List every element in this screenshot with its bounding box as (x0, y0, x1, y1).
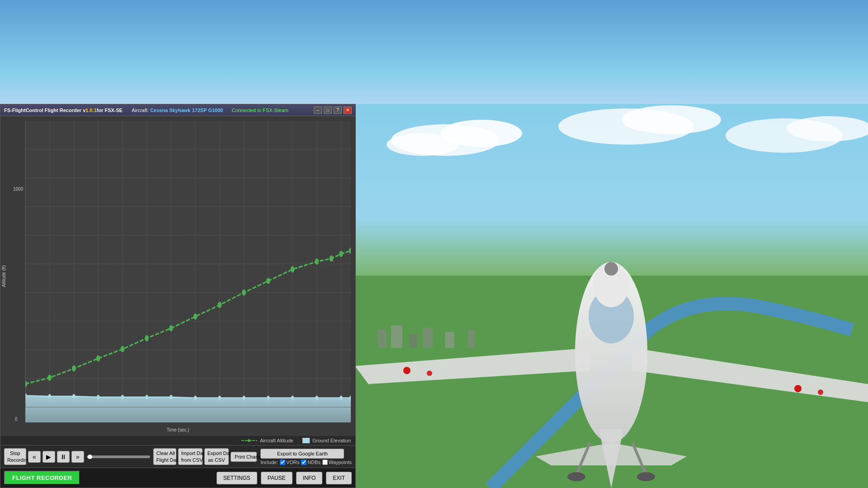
aircraft-info: Aircraft: Cessna Skyhawk 172SP G1000 Con… (132, 108, 288, 113)
svg-rect-10 (391, 325, 402, 348)
aircraft-name: Cessna Skyhawk 172SP G1000 (150, 108, 223, 113)
svg-point-65 (340, 395, 342, 400)
legend-ground-elevation: Ground Elevation (302, 438, 351, 443)
svg-point-21 (818, 389, 823, 395)
waypoints-checkbox-label[interactable]: Waypoints (322, 460, 352, 465)
connection-status: Connected to FSX-Steam (232, 108, 288, 113)
svg-point-76 (242, 290, 246, 296)
rewind-button[interactable]: « (28, 451, 41, 463)
play-button[interactable]: ▶ (42, 451, 55, 463)
stop-recording-button[interactable]: Stop Recording (4, 448, 26, 465)
exit-button[interactable]: EXIT (326, 472, 352, 484)
svg-point-77 (266, 278, 270, 284)
legend: Aircraft Altitude Ground Elevation (0, 436, 355, 445)
svg-point-59 (194, 395, 197, 400)
x-axis-label: Time (sec.) (167, 427, 189, 432)
svg-point-54 (72, 394, 75, 399)
fast-forward-button[interactable]: » (71, 451, 84, 463)
svg-point-19 (427, 371, 432, 376)
svg-point-73 (169, 325, 173, 331)
aircraft-altitude-icon (241, 438, 257, 443)
svg-point-55 (97, 395, 99, 399)
svg-point-62 (267, 395, 269, 400)
close-button[interactable]: ✕ (344, 107, 352, 114)
ground-elevation-icon (302, 438, 310, 443)
svg-point-60 (218, 395, 221, 400)
svg-rect-13 (445, 332, 454, 348)
svg-point-56 (121, 395, 124, 399)
seek-bar[interactable] (87, 455, 150, 458)
svg-point-58 (170, 395, 172, 399)
window-controls: – □ ? ✕ (314, 107, 352, 114)
svg-point-81 (339, 251, 343, 257)
ndbs-checkbox[interactable] (301, 460, 307, 465)
svg-rect-27 (25, 121, 351, 422)
chart-svg (25, 121, 351, 422)
svg-point-57 (145, 395, 148, 399)
y-axis-1000: 1000 (13, 187, 23, 192)
ndbs-checkbox-label[interactable]: NDBs (301, 460, 321, 465)
import-data-from-csv-button[interactable]: Import Data from CSV (178, 448, 203, 465)
settings-button[interactable]: SETTINGS (217, 472, 257, 484)
pause-transport-button[interactable]: ⏸ (57, 451, 70, 463)
svg-rect-9 (377, 330, 387, 348)
svg-marker-51 (25, 395, 351, 422)
chart-area: Altitude (ft) 1000 0 (0, 116, 355, 436)
minimize-button[interactable]: – (314, 107, 322, 114)
title-bar: FS-FlightControl Flight Recorder v1.0.1f… (0, 104, 355, 116)
flight-recorder-window: FS-FlightControl Flight Recorder v1.0.1f… (0, 104, 356, 488)
seek-thumb (88, 455, 92, 459)
svg-point-86 (248, 439, 250, 442)
svg-point-64 (316, 395, 318, 400)
svg-rect-12 (423, 328, 433, 348)
svg-point-70 (96, 355, 100, 361)
export-group: Export to Google Earth Include: VORs NDB… (260, 449, 352, 465)
svg-point-22 (604, 262, 618, 276)
controls-bar: Stop Recording « ▶ ⏸ » Clear All Flight … (0, 445, 355, 468)
svg-point-3 (387, 133, 459, 156)
svg-rect-11 (409, 334, 417, 348)
info-button[interactable]: INFO (296, 472, 323, 484)
y-axis-label: Altitude (ft) (1, 265, 6, 287)
svg-point-68 (47, 375, 52, 381)
svg-rect-14 (468, 330, 475, 348)
app-title: FS-FlightControl Flight Recorder v1.0.1f… (4, 108, 123, 113)
print-charts-button[interactable]: Print Charts (231, 452, 257, 462)
export-to-google-earth-button[interactable]: Export to Google Earth (260, 449, 344, 459)
flight-recorder-badge[interactable]: FLIGHT RECORDER (4, 471, 80, 485)
svg-point-20 (794, 385, 802, 392)
svg-point-75 (218, 302, 222, 308)
svg-point-61 (242, 395, 245, 400)
svg-point-18 (403, 367, 410, 374)
export-data-as-csv-button[interactable]: Export Data as CSV (204, 448, 229, 465)
vors-checkbox-label[interactable]: VORs (280, 460, 299, 465)
svg-point-53 (48, 394, 51, 399)
help-button[interactable]: ? (334, 107, 342, 114)
include-row: Include: VORs NDBs Waypoints (260, 460, 352, 465)
clear-all-flight-data-button[interactable]: Clear All Flight Data (153, 448, 176, 465)
y-axis-0: 0 (15, 417, 18, 422)
svg-point-63 (291, 395, 294, 400)
vors-checkbox[interactable] (280, 460, 285, 465)
svg-point-72 (145, 335, 149, 342)
seek-bar-container (86, 455, 151, 458)
svg-point-78 (291, 266, 295, 272)
svg-point-80 (330, 255, 334, 262)
svg-point-74 (193, 314, 198, 320)
waypoints-checkbox[interactable] (322, 460, 328, 465)
svg-point-25 (567, 472, 585, 481)
svg-point-71 (121, 346, 125, 352)
svg-point-5 (622, 105, 721, 134)
legend-aircraft-altitude: Aircraft Altitude (241, 438, 293, 443)
svg-point-79 (315, 258, 319, 265)
svg-point-26 (637, 472, 655, 481)
svg-point-69 (72, 366, 76, 372)
pause-button[interactable]: PAUSE (261, 472, 292, 484)
bottom-bar: FLIGHT RECORDER SETTINGS PAUSE INFO EXIT (0, 468, 355, 488)
maximize-button[interactable]: □ (324, 107, 332, 114)
